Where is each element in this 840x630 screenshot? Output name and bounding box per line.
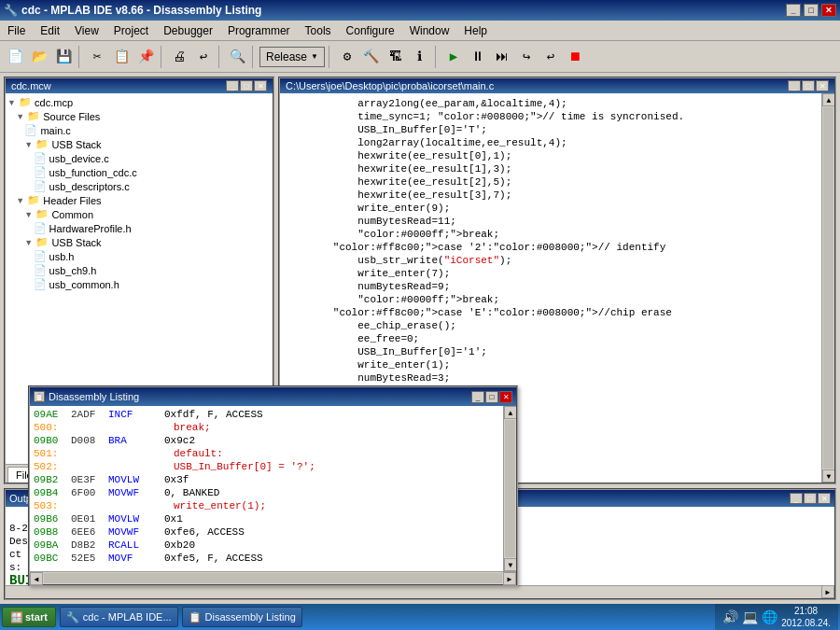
menu-project[interactable]: Project <box>106 22 156 39</box>
editor-scrollbar[interactable]: ▲ ▼ <box>821 93 834 483</box>
toolbar-sep-2 <box>161 46 164 68</box>
menu-help[interactable]: Help <box>456 22 495 39</box>
scroll-up-button[interactable]: ▲ <box>822 93 834 106</box>
minimize-button[interactable]: _ <box>786 4 801 17</box>
menu-configure[interactable]: Configure <box>339 22 402 39</box>
disasm-label: 503: <box>34 499 71 512</box>
cut-button[interactable]: ✂ <box>86 46 108 68</box>
tree-item-0[interactable]: ▼ 📁 cdc.mcp <box>7 95 271 109</box>
panel-maximize[interactable]: □ <box>240 80 253 91</box>
search-button[interactable]: 🔍 <box>226 46 248 68</box>
disasm-scroll-up[interactable]: ▲ <box>504 406 516 419</box>
tree-item-5[interactable]: 📄 usb_function_cdc.c <box>7 165 271 179</box>
release-dropdown[interactable]: Release ▼ <box>259 47 325 67</box>
tree-item-4[interactable]: 📄 usb_device.c <box>7 151 271 165</box>
code-line-20: write_enter(1); <box>284 358 818 371</box>
editor-minimize[interactable]: _ <box>788 80 801 91</box>
build-all-button[interactable]: ⚙ <box>336 46 358 68</box>
close-button[interactable]: ✕ <box>821 4 836 17</box>
disasm-operand: 0x9c2 <box>164 434 195 447</box>
menu-tools[interactable]: Tools <box>298 22 339 39</box>
disasm-line-4: 502:USB_In_Buffer[0] = '?'; <box>34 460 499 473</box>
tree-item-7[interactable]: ▼ 📁 Header Files <box>7 193 271 207</box>
code-line-14: numBytesRead=9; <box>284 280 818 293</box>
print-button[interactable]: 🖨 <box>168 46 190 68</box>
disasm-hex: 52E5 <box>71 552 108 565</box>
tree-item-8[interactable]: ▼ 📁 Common <box>7 207 271 221</box>
step-button[interactable]: ⏭ <box>491 46 513 68</box>
menu-edit[interactable]: Edit <box>33 22 67 39</box>
code-line-19: USB_In_Buffer[0]='1'; <box>284 345 818 358</box>
tree-item-2[interactable]: 📄 main.c <box>7 123 271 137</box>
start-button[interactable]: 🪟 start <box>2 607 56 627</box>
scroll-thumb[interactable] <box>823 107 833 469</box>
file-icon: 📄 <box>34 152 47 164</box>
make-button[interactable]: 🔨 <box>360 46 383 68</box>
disasm-scroll-left[interactable]: ◀ <box>30 572 43 585</box>
build-button[interactable]: 🏗 <box>385 46 407 68</box>
taskbar-tray: 🔊 💻 🌐 21:08 2012.08.24. <box>715 604 838 630</box>
step-over-button[interactable]: ↪ <box>515 46 538 68</box>
menu-file[interactable]: File <box>0 22 33 39</box>
disasm-scroll-right[interactable]: ▶ <box>503 572 516 585</box>
panel-minimize[interactable]: _ <box>226 80 239 91</box>
menu-view[interactable]: View <box>67 22 106 39</box>
undo-button[interactable]: ↩ <box>192 46 215 68</box>
output-maximize[interactable]: □ <box>804 493 817 504</box>
step-out-button[interactable]: ↩ <box>539 46 562 68</box>
tray-icon-1: 🔊 <box>722 609 738 624</box>
disasm-hex: 6F00 <box>71 486 108 499</box>
disasm-hex: D008 <box>71 434 108 447</box>
disasm-maximize[interactable]: □ <box>485 391 498 403</box>
code-text: ee_chip_erase(); <box>284 319 456 332</box>
tree-item-13[interactable]: 📄 usb_common.h <box>7 277 271 291</box>
reset-button[interactable]: ⏹ <box>564 46 586 68</box>
info-button[interactable]: ℹ <box>409 46 431 68</box>
disasm-code-area[interactable]: 09AE2ADFINCF0xfdf, F, ACCESS500:break;09… <box>30 406 503 571</box>
new-button[interactable]: 📄 <box>4 46 26 68</box>
menu-debugger[interactable]: Debugger <box>156 22 220 39</box>
tree-item-1[interactable]: ▼ 📁 Source Files <box>7 109 271 123</box>
save-button[interactable]: 💾 <box>52 46 75 68</box>
tree-item-9[interactable]: 📄 HardwareProfile.h <box>7 221 271 235</box>
disasm-scroll-thumb[interactable] <box>505 420 515 557</box>
taskbar-mplab-icon: 🔧 <box>66 611 79 623</box>
output-close[interactable]: ✕ <box>818 493 831 504</box>
scroll-down-button[interactable]: ▼ <box>822 469 834 483</box>
menu-programmer[interactable]: Programmer <box>220 22 298 39</box>
disasm-minimize[interactable]: _ <box>471 391 484 403</box>
halt-button[interactable]: ⏸ <box>467 46 489 68</box>
output-scrollbar-h[interactable] <box>6 585 821 598</box>
output-scroll-right[interactable]: ▶ <box>821 585 834 598</box>
tree-item-6[interactable]: 📄 usb_descriptors.c <box>7 179 271 193</box>
copy-button[interactable]: 📋 <box>110 46 133 68</box>
taskbar-disasm-btn[interactable]: 📋 Disassembly Listing <box>182 607 302 627</box>
disassembly-window: 📋 Disassembly Listing _ □ ✕ 09AE2ADFINCF… <box>28 385 518 586</box>
taskbar-mplab-btn[interactable]: 🔧 cdc - MPLAB IDE... <box>60 607 178 627</box>
disasm-scrollbar[interactable]: ▲ ▼ <box>503 406 516 571</box>
disasm-instr: INCF <box>108 408 164 421</box>
menu-window[interactable]: Window <box>402 22 457 39</box>
open-button[interactable]: 📂 <box>28 46 50 68</box>
output-minimize[interactable]: _ <box>790 493 803 504</box>
tree-item-11[interactable]: 📄 usb.h <box>7 249 271 263</box>
run-button[interactable]: ▶ <box>442 46 465 68</box>
tree-item-12[interactable]: 📄 usb_ch9.h <box>7 263 271 277</box>
toolbar-sep-5 <box>329 46 332 68</box>
folder-icon: 📁 <box>27 110 40 122</box>
editor-close[interactable]: ✕ <box>816 80 829 91</box>
editor-maximize[interactable]: □ <box>802 80 815 91</box>
disasm-hex: 0E3F <box>71 473 108 486</box>
disasm-scroll-down[interactable]: ▼ <box>504 558 516 571</box>
panel-close[interactable]: ✕ <box>254 80 267 91</box>
paste-button[interactable]: 📌 <box>134 46 157 68</box>
tree-label: Common <box>51 209 93 220</box>
tree-item-3[interactable]: ▼ 📁 USB Stack <box>7 137 271 151</box>
code-line-2: USB_In_Buffer[0]='T'; <box>284 123 818 136</box>
maximize-button[interactable]: □ <box>804 4 819 17</box>
disasm-hscrollbar[interactable]: ◀ ▶ <box>30 571 516 584</box>
disasm-close[interactable]: ✕ <box>499 391 512 403</box>
code-line-3: long2array(localtime,ee_result,4); <box>284 136 818 149</box>
code-line-15: "color:#0000ff;">break; <box>284 293 818 306</box>
tree-item-10[interactable]: ▼ 📁 USB Stack <box>7 235 271 249</box>
